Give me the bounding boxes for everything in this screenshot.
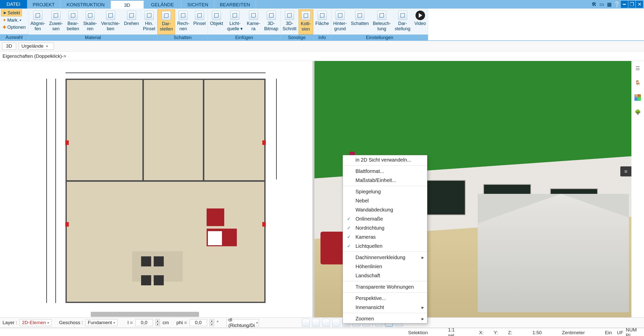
menu-tab-projekt[interactable]: PROJEKT (27, 0, 61, 9)
ctx-innenansicht[interactable]: Innenansicht (343, 303, 427, 312)
ribbon-btn-zuweisen[interactable]: Zuwei-sen (47, 9, 65, 35)
ctx-dachinnenverkleidung[interactable]: Dachinnenverkleidung (343, 253, 427, 262)
menu-tab-3d[interactable]: 3D (111, 0, 144, 9)
ribbon-btn-skalieren[interactable]: Skalie-ren (81, 9, 99, 35)
right-toolbar: ☰ 🪑 🌳 (631, 61, 644, 317)
dl-combo[interactable]: dl (Richtung/Di (226, 319, 259, 326)
ribbon-btn-hintergrund[interactable]: Hinter-grund (331, 9, 349, 35)
ribbon-btn-verschieben[interactable]: Verschie-ben (99, 9, 122, 35)
layers-icon[interactable]: ☰ (633, 64, 642, 73)
status-unit: Zentimeter (562, 330, 585, 335)
tool-icon (161, 11, 171, 21)
menu-tab-file[interactable]: DATEI (0, 0, 27, 9)
splitter[interactable] (312, 61, 314, 317)
ribbon-btn-objekt[interactable]: Objekt (208, 9, 225, 35)
chair-icon[interactable]: 🪑 (633, 78, 642, 88)
selekt-label: Selekt (8, 10, 20, 16)
horizontal-scrollbar[interactable] (91, 312, 199, 317)
ribbon-btn-schatten[interactable]: Schatten (349, 9, 371, 35)
ribbon-btn-hinpinsel[interactable]: Hin.Pinsel (141, 9, 157, 35)
phi-spinner[interactable]: ▴▾ (210, 319, 214, 326)
ribbon-btn-bearbeiten[interactable]: Bear-beiten (65, 9, 81, 35)
ribbon-label: Sonstige (281, 35, 313, 41)
ribbon-btn-darstellen[interactable]: Dar-stellen (157, 9, 175, 35)
ribbon-btn-beleuchtung[interactable]: Beleuch-tung (371, 9, 393, 35)
ribbon-btn-rechnen[interactable]: Rech-nen (175, 9, 191, 35)
ctx-lichtquellen[interactable]: ✓Lichtquellen (343, 241, 427, 251)
ctx-wandabdeckung[interactable]: Wandabdeckung (343, 205, 427, 214)
ribbon-btn-dschnitt[interactable]: 3D-Schnitt (281, 9, 299, 35)
minimize-icon[interactable]: ━ (621, 1, 628, 8)
clock-icon[interactable] (302, 319, 310, 327)
terrain-select[interactable]: Urgelände (19, 43, 54, 50)
ribbon-btn-abgreifen[interactable]: Abgrei-fen (28, 9, 47, 35)
menu-tab-bearbeiten[interactable]: BEARBEITEN (214, 0, 256, 9)
ribbon-btn-drehen[interactable]: Drehen (122, 9, 141, 35)
menu-tab-sichten[interactable]: SICHTEN (181, 0, 214, 9)
menu-tab-gelaende[interactable]: GELÄNDE (144, 0, 181, 9)
status-y: Y: (494, 330, 498, 335)
panel-handle[interactable]: ≡ (620, 166, 631, 176)
layer-combo[interactable]: 2D-Elemen (20, 319, 51, 326)
ctx-perspektive[interactable]: Perspektive... (343, 294, 427, 303)
ctx-nordrichtung[interactable]: ✓Nordrichtung (343, 223, 427, 232)
l-input[interactable]: 0,0 (135, 319, 153, 326)
ribbon-btn-video[interactable]: Video (412, 9, 428, 35)
geschoss-combo[interactable]: Fundament (85, 319, 117, 326)
ribbon-btn-flche[interactable]: Fläche (313, 9, 331, 35)
tool-icon (51, 10, 61, 20)
tool-icon (85, 10, 95, 20)
palette-icon[interactable] (633, 93, 642, 102)
mark-button[interactable]: ✦ Mark. ▾ (1, 17, 23, 23)
tree-icon[interactable]: 🌳 (633, 107, 642, 117)
tool-icon (230, 10, 240, 20)
ribbon-group-auswahl: ➤ Selekt ✦ Mark. ▾ ✚ Optionen Auswahl (0, 9, 28, 40)
menu-tab-konstruktion[interactable]: KONSTRUKTION (60, 0, 111, 9)
restore-icon[interactable]: ❐ (628, 1, 635, 8)
grid-icon[interactable]: ▦ (606, 1, 613, 8)
ctx-spiegelung[interactable]: Spiegelung (343, 187, 427, 196)
ribbon-btn-kamera[interactable]: Kame-ra (245, 9, 262, 35)
optionen-label: Optionen (7, 25, 26, 30)
gear-icon[interactable] (322, 319, 330, 327)
tool-icon (355, 10, 365, 20)
phi-input[interactable]: 0,0 (189, 319, 207, 326)
ctx-nebel[interactable]: Nebel (343, 196, 427, 205)
ribbon-btn-pinsel[interactable]: Pinsel (191, 9, 208, 35)
ribbon-label: Einfügen (208, 35, 280, 41)
status-num: NUM RI (626, 327, 639, 336)
help-icon[interactable]: ❔ (613, 1, 620, 8)
ctx-hhenlinien[interactable]: Höhenlinien (343, 262, 427, 271)
ctx-mastabeinheit[interactable]: Maßstab/Einheit... (343, 176, 427, 185)
view-2d[interactable] (0, 61, 312, 317)
floorplan[interactable] (66, 79, 266, 303)
ctx-onlinemae[interactable]: ✓Onlinemaße (343, 214, 427, 223)
ctx-zoomen[interactable]: Zoomen (343, 314, 427, 323)
ribbon-btn-lichtquelle[interactable]: Licht-quelle ▾ (225, 9, 245, 35)
ribbon-btn-darstellung[interactable]: Dar-stellung (393, 9, 412, 35)
ribbon-btn-kollision[interactable]: Kolli-sion (299, 9, 313, 35)
geschoss-label: Geschoss : (59, 320, 83, 325)
tools-icon[interactable]: 🛠 (591, 1, 598, 8)
ctx-transparentewohnungen[interactable]: Transparente Wohnungen (343, 282, 427, 291)
property-bar: Eigenschaften (Doppelklick)-> (0, 51, 644, 61)
status-x: X: (479, 330, 484, 335)
ctx-landschaft[interactable]: Landschaft (343, 271, 427, 280)
tool-icon (195, 10, 205, 20)
ribbon-btn-dbitmap[interactable]: 3D-Bitmap (262, 9, 280, 35)
selekt-button[interactable]: ➤ Selekt (1, 9, 22, 16)
optionen-button[interactable]: ✚ Optionen (1, 24, 27, 30)
layers-toggle-icon[interactable] (332, 319, 340, 327)
window-icon[interactable]: ▭ (598, 1, 605, 8)
ribbon-group-sonstige: 3D-SchnittKolli-sionSonstige (281, 9, 313, 40)
ctx-kameras[interactable]: ✓Kameras (343, 232, 427, 241)
tool-icon (68, 10, 78, 20)
ctx-indsichtverwandeln[interactable]: in 2D Sicht verwandeln... (343, 155, 427, 164)
ctx-blattformat[interactable]: Blattformat... (343, 167, 427, 176)
context-menu: in 2D Sicht verwandeln...Blattformat...M… (343, 155, 427, 323)
monitor-icon[interactable] (312, 319, 320, 327)
ribbon-group-material: Abgrei-fenZuwei-senBear-beitenSkalie-ren… (28, 9, 157, 40)
l-spinner[interactable]: ▴▾ (155, 319, 160, 326)
close-icon[interactable]: ✕ (636, 1, 643, 8)
view-mode-select[interactable]: 3D (2, 43, 16, 50)
